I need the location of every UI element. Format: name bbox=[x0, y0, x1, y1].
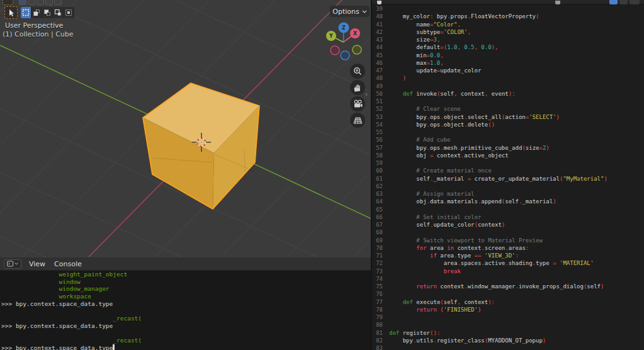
code-line: 74 bbox=[372, 275, 644, 283]
code-line: 53 bpy.ops.object.select_all(action='SEL… bbox=[372, 113, 644, 121]
code-line: 65 bbox=[372, 206, 644, 213]
editor-type-icon[interactable] bbox=[3, 0, 13, 5]
code-text: bpy.ops.mesh.primitive_cube_add(size=2) bbox=[389, 144, 550, 152]
sidebar-toggle[interactable]: ‹ bbox=[365, 91, 368, 98]
grid-perspective-icon bbox=[353, 116, 363, 125]
gizmo-minus-x-axis[interactable] bbox=[330, 46, 339, 55]
code-text: # Add cube bbox=[389, 136, 451, 144]
mode-icon[interactable] bbox=[54, 0, 62, 5]
select-mode-invert-button[interactable] bbox=[53, 7, 64, 18]
select-mode-extend-button[interactable] bbox=[31, 7, 42, 18]
console-line: >>> bpy.context.space_data.type bbox=[0, 322, 371, 330]
editor-type-button[interactable] bbox=[4, 259, 21, 269]
gizmo-z-label: Z bbox=[342, 25, 346, 31]
chevron-down-icon bbox=[362, 10, 367, 13]
code-text: return {'FINISHED'} bbox=[389, 306, 481, 313]
navigation-gizmo[interactable]: Z X Y bbox=[318, 18, 371, 63]
code-text: if area.type == 'VIEW_3D': bbox=[389, 252, 519, 259]
line-number: 46 bbox=[372, 59, 386, 67]
line-number: 81 bbox=[372, 329, 386, 337]
code-text: min=0.0, bbox=[389, 52, 444, 59]
line-number: 82 bbox=[372, 337, 386, 344]
zoom-button[interactable] bbox=[350, 64, 365, 79]
line-number: 50 bbox=[372, 90, 386, 98]
select-extend-icon bbox=[33, 9, 40, 16]
line-number: 48 bbox=[372, 74, 386, 82]
select-mode-intersect-button[interactable] bbox=[64, 7, 74, 18]
gizmo-minus-z-axis[interactable] bbox=[341, 51, 349, 60]
code-line: 62 bbox=[372, 183, 644, 190]
line-number: 60 bbox=[372, 167, 386, 174]
viewport-canvas[interactable] bbox=[0, 0, 371, 257]
code-text: break bbox=[389, 268, 461, 275]
text-editor-panel[interactable]: 3940 my_color: bpy.props.FloatVectorProp… bbox=[371, 0, 644, 350]
toggle-ortho-button[interactable] bbox=[350, 113, 365, 128]
code-line: 41 name="Color", bbox=[372, 21, 644, 28]
console-header: View Console bbox=[0, 257, 371, 271]
select-mode-subtract-button[interactable] bbox=[42, 7, 53, 18]
toggle-button[interactable] bbox=[619, 0, 628, 4]
viewport-overlay: User Perspective (1) Collection | Cube bbox=[0, 21, 74, 38]
line-number: 56 bbox=[372, 136, 386, 144]
mode-icon[interactable] bbox=[37, 0, 44, 5]
code-line: 66 # Set initial color bbox=[372, 213, 644, 221]
editor-top-toolbar bbox=[372, 0, 644, 4]
3d-viewport[interactable]: Options User Perspective (1) Collection … bbox=[0, 0, 371, 257]
code-text: return context.window_manager.invoke_pro… bbox=[389, 283, 604, 290]
console-line: _recast( bbox=[0, 337, 371, 344]
code-text: area.spaces.active.shading.type = 'MATER… bbox=[389, 259, 594, 267]
toggle-button-active[interactable] bbox=[609, 0, 618, 4]
gizmo-y-label: Y bbox=[329, 33, 333, 39]
menu-view[interactable]: View bbox=[29, 260, 45, 268]
pan-button[interactable] bbox=[350, 80, 365, 95]
line-number: 64 bbox=[372, 198, 386, 205]
code-text: bpy.ops.object.delete() bbox=[389, 121, 495, 128]
code-line: 42 subtype='COLOR', bbox=[372, 28, 644, 36]
code-text: obj = context.active_object bbox=[389, 152, 509, 159]
code-line: 52 # Clear scene bbox=[372, 105, 644, 113]
console-line: weight_paint_object bbox=[0, 271, 371, 278]
mode-icon[interactable] bbox=[19, 0, 26, 5]
line-number: 68 bbox=[372, 229, 386, 236]
code-line: 44 default=(1.0, 0.5, 0.0), bbox=[372, 43, 644, 51]
line-number: 45 bbox=[372, 52, 386, 59]
menu-console[interactable]: Console bbox=[54, 260, 82, 268]
code-text: obj.data.materials.append(self._material… bbox=[389, 198, 556, 205]
line-number: 55 bbox=[372, 128, 386, 136]
code-line: 83 bbox=[372, 344, 644, 350]
line-number: 47 bbox=[372, 67, 386, 74]
code-text: # Clear scene bbox=[389, 105, 461, 113]
code-line: 79 bbox=[372, 313, 644, 321]
select-invert-icon bbox=[54, 9, 62, 16]
code-line: 72 area.spaces.active.shading.type = 'MA… bbox=[372, 259, 644, 267]
code-line: 71 if area.type == 'VIEW_3D': bbox=[372, 252, 644, 259]
code-line: 77 def execute(self, context): bbox=[372, 298, 644, 306]
select-box-tool-button[interactable] bbox=[4, 6, 18, 19]
code-text: # Create material once bbox=[389, 167, 492, 174]
code-text: ) bbox=[389, 74, 406, 82]
code-line: 50 def invoke(self, context, event): bbox=[372, 90, 644, 98]
mode-icon[interactable] bbox=[28, 0, 35, 5]
line-number: 62 bbox=[372, 183, 386, 190]
toggle-button[interactable] bbox=[630, 0, 640, 4]
select-mode-set-button[interactable] bbox=[21, 7, 31, 18]
line-number: 41 bbox=[372, 21, 386, 28]
line-number: 74 bbox=[372, 275, 386, 283]
code-text: size=3, bbox=[389, 36, 440, 43]
code-area[interactable]: 3940 my_color: bpy.props.FloatVectorProp… bbox=[372, 5, 644, 350]
options-button[interactable]: Options bbox=[330, 6, 370, 17]
text-file-icon[interactable] bbox=[377, 1, 381, 4]
mode-icon[interactable] bbox=[45, 0, 53, 5]
line-number: 44 bbox=[372, 43, 386, 51]
code-text: default=(1.0, 0.5, 0.0), bbox=[389, 43, 498, 51]
line-number: 57 bbox=[372, 144, 386, 152]
console-input-area[interactable]: weight_paint_object window window_manage… bbox=[0, 271, 371, 350]
code-line: 73 break bbox=[372, 268, 644, 275]
camera-view-button[interactable] bbox=[350, 96, 365, 111]
code-line: 75 return context.window_manager.invoke_… bbox=[372, 283, 644, 290]
console-line: window bbox=[0, 278, 371, 286]
line-number: 75 bbox=[372, 283, 386, 290]
word-wrap-icon[interactable] bbox=[555, 1, 560, 4]
line-number: 58 bbox=[372, 152, 386, 159]
gizmo-minus-y-axis[interactable] bbox=[353, 45, 361, 54]
